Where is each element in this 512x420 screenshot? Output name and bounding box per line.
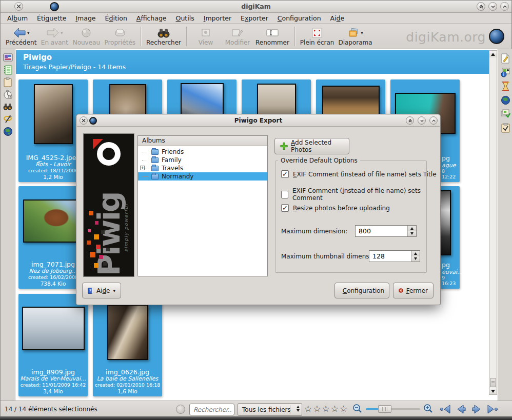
triangle-up-icon <box>491 53 495 56</box>
checkbox-checked[interactable]: ✓ <box>281 170 289 178</box>
fuzzy-search-icon[interactable] <box>3 114 13 124</box>
search-sidebar-icon[interactable] <box>3 102 13 112</box>
menu-importer[interactable]: Importer <box>199 13 236 23</box>
colors-tab-icon[interactable] <box>500 81 510 91</box>
forward-button[interactable]: ▾ En avant <box>41 25 68 48</box>
svg-text:i: i <box>503 72 504 77</box>
spin-down-button[interactable] <box>408 231 416 237</box>
album-item-travels[interactable]: + Travels <box>138 164 267 172</box>
scroll-up-button[interactable] <box>489 51 497 57</box>
menu-edition[interactable]: Édition <box>101 13 132 23</box>
fullscreen-button[interactable]: Plein écran <box>300 25 334 48</box>
window-maximize-button[interactable] <box>500 2 509 11</box>
help-button[interactable]: ? Aide ▾ <box>82 283 121 298</box>
piwigo-logo: Piwig simply powerful <box>83 133 134 277</box>
fullscreen-icon <box>311 27 323 38</box>
dialog-title-bar: Piwigo Export <box>77 115 440 127</box>
vertical-scrollbar[interactable] <box>489 50 497 395</box>
max-dimension-spinbox[interactable] <box>355 225 417 237</box>
window-minimize-button[interactable] <box>488 2 497 11</box>
map-icon[interactable] <box>3 126 13 136</box>
menu-image[interactable]: Image <box>71 13 100 23</box>
dialog-shade-button[interactable] <box>406 116 414 125</box>
rating-stars[interactable]: ☆☆☆☆☆ <box>304 404 348 414</box>
menu-affichage[interactable]: Affichage <box>132 13 171 23</box>
tags-icon[interactable] <box>3 65 13 75</box>
search-button[interactable]: Rechercher <box>146 25 181 48</box>
search-input[interactable] <box>189 404 234 415</box>
album-item-family[interactable]: Family <box>138 156 267 164</box>
last-item-button[interactable] <box>486 404 498 414</box>
dialog-minimize-button[interactable] <box>418 116 426 125</box>
new-icon <box>81 28 91 38</box>
edit-button[interactable]: Modifier <box>224 25 251 48</box>
toolbar-separator <box>294 27 295 46</box>
add-selected-photos-button[interactable]: Add Selected Photos <box>274 138 349 154</box>
menu-album[interactable]: Album <box>3 13 32 23</box>
max-dimension-input[interactable] <box>356 226 407 236</box>
next-item-button[interactable] <box>470 404 483 414</box>
piwigo-logo-tagline: simply powerful <box>124 175 129 252</box>
slideshow-dropdown-arrow[interactable]: ▾ <box>361 30 363 35</box>
properties-button[interactable]: Propriétés <box>104 25 135 48</box>
album-item-normandy[interactable]: Normandy <box>138 172 267 181</box>
thumbnail-card[interactable]: img_0626.jpg La baie de Sallenelles crea… <box>93 294 162 396</box>
chevron-down-icon <box>490 4 496 9</box>
album-item-friends[interactable]: Friends <box>138 148 267 156</box>
left-sidebar <box>1 49 15 401</box>
plus-icon <box>280 142 288 151</box>
albums-icon[interactable] <box>3 52 13 63</box>
captions-icon[interactable] <box>3 77 13 87</box>
dates-icon[interactable] <box>3 89 13 99</box>
zoom-out-icon[interactable] <box>352 404 363 414</box>
max-thumbnail-spinbox[interactable] <box>369 250 420 262</box>
previous-button[interactable]: ▾ Précédent <box>6 25 36 48</box>
max-thumbnail-label: Maximum thumbnail dimension: <box>281 253 381 260</box>
menu-exporter[interactable]: Exporter <box>236 13 273 23</box>
spin-up-button[interactable] <box>408 226 416 231</box>
slideshow-button[interactable]: ▾ Diaporama <box>338 25 372 48</box>
title-bar: digiKam <box>1 1 511 13</box>
binoculars-icon <box>157 27 170 38</box>
zoom-in-icon[interactable] <box>423 404 434 414</box>
spin-up-button[interactable] <box>411 251 420 256</box>
zoom-slider[interactable] <box>366 408 420 410</box>
new-album-button[interactable]: Nouveau <box>72 25 100 48</box>
photo-created: created: 02/01/2010 16:18 <box>94 383 161 388</box>
tree-expand-icon[interactable]: + <box>140 166 145 170</box>
album-title: Piwigo <box>23 53 52 62</box>
scroll-down-button[interactable] <box>489 388 497 394</box>
file-filter-select[interactable]: Tous les fichiers <box>238 403 302 416</box>
toolbar-separator <box>141 27 141 46</box>
photo-created: created: 11/01/2009 16:42 <box>20 383 86 388</box>
scrollbar-thumb[interactable] <box>490 378 496 387</box>
thumbnail-card[interactable]: img_8909.jpg Marais de Ver-Meuvai... cre… <box>18 294 88 396</box>
override-options-title: Override Default Options <box>278 157 360 164</box>
previous-item-button[interactable] <box>455 404 467 414</box>
menu-etiquette[interactable]: Étiquette <box>32 13 71 23</box>
spin-down-button[interactable] <box>411 256 420 262</box>
properties-tab-icon[interactable] <box>500 53 510 64</box>
metadata-tab-icon[interactable]: i <box>500 67 510 77</box>
first-item-button[interactable] <box>440 404 452 414</box>
tags-tab-icon[interactable] <box>500 109 510 119</box>
menu-aide[interactable]: Aide <box>326 13 349 23</box>
previous-dropdown-arrow[interactable]: ▾ <box>27 30 30 35</box>
rename-button[interactable]: Renommer <box>255 25 289 48</box>
filters-tab-icon[interactable] <box>500 123 510 133</box>
photo-created: 8 12:22 <box>442 169 458 180</box>
checkbox-checked[interactable]: ✓ <box>281 204 289 212</box>
menu-outils[interactable]: Outils <box>171 13 199 23</box>
zoom-slider-handle[interactable] <box>378 405 391 413</box>
help-book-icon: ? <box>88 287 93 295</box>
max-thumbnail-input[interactable] <box>369 251 411 262</box>
configuration-button[interactable]: Configuration <box>334 283 389 298</box>
window-shade-button[interactable] <box>477 2 485 11</box>
geolocation-tab-icon[interactable] <box>500 95 510 105</box>
view-button[interactable]: View <box>192 25 220 48</box>
menu-configuration[interactable]: Configuration <box>273 13 326 23</box>
arrow-right-icon <box>46 28 60 38</box>
dialog-maximize-button[interactable] <box>429 116 438 125</box>
close-dialog-button[interactable]: Fermer <box>393 283 434 298</box>
checkbox-unchecked[interactable] <box>281 191 288 198</box>
